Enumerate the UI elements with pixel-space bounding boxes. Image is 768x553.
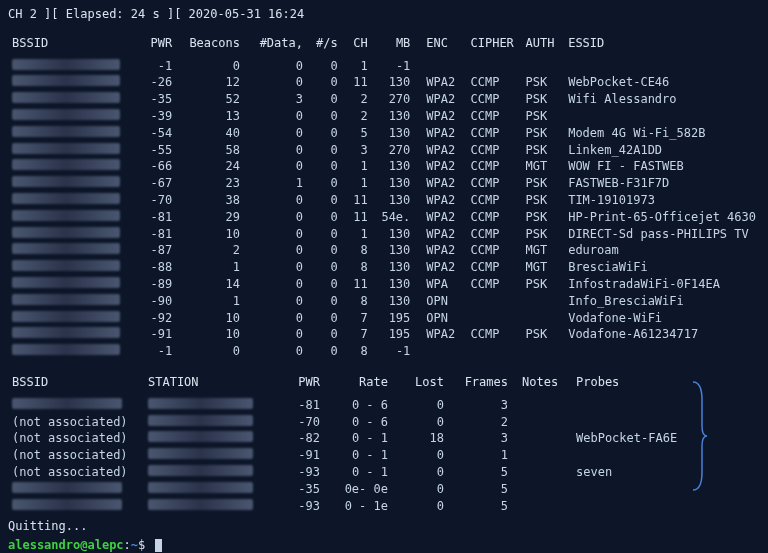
terminal-window[interactable]: CH 2 ][ Elapsed: 24 s ][ 2020-05-31 16:2… xyxy=(0,0,768,553)
ch-cell: 3 xyxy=(342,142,372,159)
beacons-cell: 29 xyxy=(176,209,244,226)
st-col-station: STATION xyxy=(144,374,286,391)
ps-cell: 0 xyxy=(307,91,342,108)
pwr-cell: -35 xyxy=(140,91,176,108)
brace-annotation-icon xyxy=(690,380,708,492)
table-row: -10001-1 xyxy=(8,58,760,75)
bssid-cell xyxy=(8,259,140,276)
redacted-bssid xyxy=(12,260,120,271)
ap-col-beacons: Beacons xyxy=(176,35,244,52)
cipher-cell: CCMP xyxy=(466,326,521,343)
essid-cell: Linkem_42A1DD xyxy=(564,142,760,159)
rate-cell: 0 - 6 xyxy=(324,414,392,431)
frames-cell: 5 xyxy=(448,481,512,498)
st-col-probes: Probes xyxy=(572,374,760,391)
ps-cell: 0 xyxy=(307,108,342,125)
data-cell: 0 xyxy=(244,108,307,125)
mb-cell: -1 xyxy=(372,58,415,75)
lost-cell: 0 xyxy=(392,447,448,464)
pwr-cell: -67 xyxy=(140,175,176,192)
ch-cell: 7 xyxy=(342,326,372,343)
table-row: -930 - 1e05 xyxy=(8,498,760,515)
pwr-cell: -82 xyxy=(286,430,324,447)
bssid-cell xyxy=(8,343,140,360)
beacons-cell: 14 xyxy=(176,276,244,293)
ps-cell: 0 xyxy=(307,343,342,360)
pwr-cell: -91 xyxy=(140,326,176,343)
cipher-cell: CCMP xyxy=(466,91,521,108)
ap-col-essid: ESSID xyxy=(564,35,760,52)
bssid-cell xyxy=(8,397,144,414)
shell-prompt[interactable]: alessandro@alepc:~$ xyxy=(8,537,760,553)
ch-cell: 1 xyxy=(342,226,372,243)
redacted-bssid xyxy=(12,327,120,338)
mb-cell: 195 xyxy=(372,310,415,327)
beacons-cell: 24 xyxy=(176,158,244,175)
probes-cell xyxy=(572,498,760,515)
data-cell: 0 xyxy=(244,74,307,91)
table-row: -9110007195WPA2CCMPPSKVodafone-A61234717 xyxy=(8,326,760,343)
ps-cell: 0 xyxy=(307,58,342,75)
lost-cell: 0 xyxy=(392,481,448,498)
ap-table-header-row: BSSID PWR Beacons #Data, #/s CH MB ENC C… xyxy=(8,35,760,52)
notes-cell xyxy=(512,430,572,447)
ps-cell: 0 xyxy=(307,74,342,91)
redacted-station xyxy=(148,398,253,409)
table-row: -9210007195OPNVodafone-WiFi xyxy=(8,310,760,327)
ch-cell: 11 xyxy=(342,209,372,226)
table-row: (not associated)-700 - 602 xyxy=(8,414,760,431)
ps-cell: 0 xyxy=(307,142,342,159)
beacons-cell: 1 xyxy=(176,259,244,276)
mb-cell: 130 xyxy=(372,175,415,192)
bssid-cell xyxy=(8,158,140,175)
auth-cell: PSK xyxy=(522,175,565,192)
auth-cell: MGT xyxy=(522,242,565,259)
st-col-lost: Lost xyxy=(392,374,448,391)
cipher-cell xyxy=(466,310,521,327)
ps-cell: 0 xyxy=(307,158,342,175)
mb-cell: 130 xyxy=(372,293,415,310)
pwr-cell: -55 xyxy=(140,142,176,159)
frames-cell: 5 xyxy=(448,498,512,515)
frames-cell: 3 xyxy=(448,397,512,414)
ch-cell: 2 xyxy=(342,91,372,108)
essid-cell xyxy=(564,108,760,125)
redacted-bssid xyxy=(12,176,120,187)
enc-cell: WPA2 xyxy=(414,226,466,243)
redacted-station xyxy=(148,448,253,459)
enc-cell: WPA2 xyxy=(414,209,466,226)
table-row: -3913002130WPA2CCMPPSK xyxy=(8,108,760,125)
lost-cell: 0 xyxy=(392,414,448,431)
beacons-cell: 13 xyxy=(176,108,244,125)
redacted-bssid xyxy=(12,499,122,510)
beacons-cell: 58 xyxy=(176,142,244,159)
redacted-bssid xyxy=(12,243,120,254)
redacted-bssid xyxy=(12,210,120,221)
enc-cell: WPA2 xyxy=(414,158,466,175)
table-row: -5440005130WPA2CCMPPSKModem 4G Wi-Fi_582… xyxy=(8,125,760,142)
cipher-cell xyxy=(466,293,521,310)
essid-cell: Vodafone-WiFi xyxy=(564,310,760,327)
bssid-cell xyxy=(8,276,140,293)
prompt-path: ~ xyxy=(131,538,138,552)
cipher-cell: CCMP xyxy=(466,175,521,192)
data-cell: 0 xyxy=(244,226,307,243)
mb-cell: 130 xyxy=(372,158,415,175)
enc-cell: WPA2 xyxy=(414,142,466,159)
redacted-bssid xyxy=(12,159,120,170)
table-row: -5558003270WPA2CCMPPSKLinkem_42A1DD xyxy=(8,142,760,159)
ch-cell: 8 xyxy=(342,343,372,360)
bssid-cell xyxy=(8,125,140,142)
enc-cell xyxy=(414,58,466,75)
enc-cell: WPA2 xyxy=(414,74,466,91)
pwr-cell: -90 xyxy=(140,293,176,310)
mb-cell: 130 xyxy=(372,108,415,125)
ch-cell: 2 xyxy=(342,108,372,125)
mb-cell: 130 xyxy=(372,226,415,243)
lost-cell: 0 xyxy=(392,397,448,414)
rate-cell: 0e- 0e xyxy=(324,481,392,498)
beacons-cell: 1 xyxy=(176,293,244,310)
beacons-cell: 23 xyxy=(176,175,244,192)
cipher-cell: CCMP xyxy=(466,209,521,226)
st-col-pwr: PWR xyxy=(286,374,324,391)
